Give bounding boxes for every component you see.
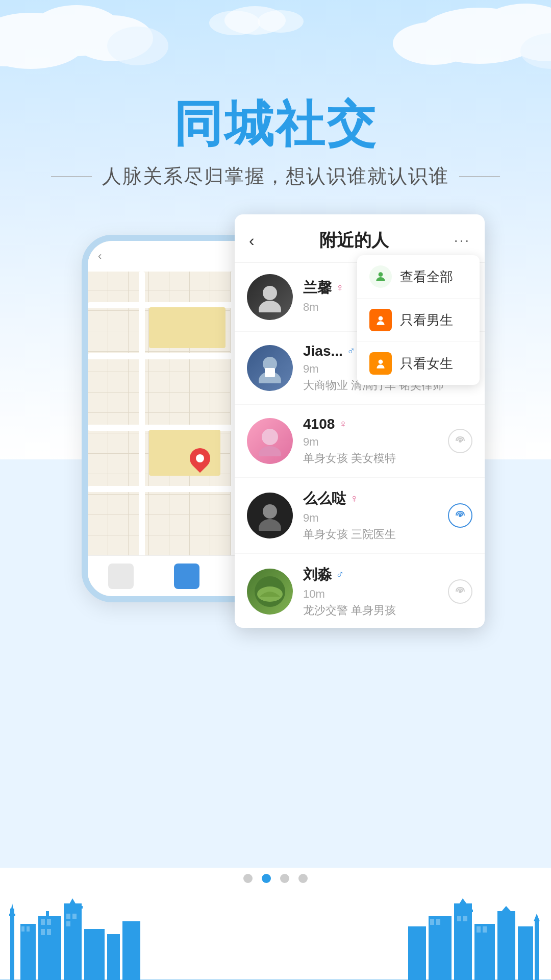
person-item-3[interactable]: 4108 ♀ 9m 单身女孩 美女模特 <box>235 405 485 478</box>
svg-point-25 <box>259 519 281 531</box>
dot-3[interactable] <box>280 874 289 883</box>
svg-point-4 <box>107 27 168 65</box>
svg-rect-55 <box>122 921 140 980</box>
nearby-more-button[interactable]: ··· <box>454 232 470 249</box>
svg-rect-35 <box>10 909 14 980</box>
filter-all[interactable]: 查看全部 <box>357 255 480 299</box>
svg-point-11 <box>209 11 260 35</box>
gender-icon-2: ♂ <box>347 345 356 358</box>
svg-rect-49 <box>65 906 83 909</box>
dot-4[interactable] <box>298 874 308 883</box>
subtitle-line-right <box>459 176 500 177</box>
svg-rect-53 <box>84 929 105 980</box>
person-info-3: 4108 ♀ 9m 单身女孩 美女模特 <box>303 416 448 466</box>
gender-icon-1: ♀ <box>336 281 344 295</box>
svg-rect-67 <box>483 926 487 933</box>
map-pin <box>190 448 210 474</box>
svg-rect-64 <box>463 916 467 921</box>
person-signal-4 <box>448 503 472 528</box>
svg-rect-59 <box>436 919 440 925</box>
svg-point-21 <box>262 429 278 445</box>
svg-rect-37 <box>9 914 15 916</box>
person-tags-5: 龙沙交警 单身男孩 <box>303 603 448 618</box>
subtitle-row: 人脉关系尽归掌握，想认识谁就认识谁 <box>0 163 551 189</box>
svg-point-17 <box>259 301 281 312</box>
filter-female-icon <box>369 352 392 375</box>
phone-mockup-area: ‹ <box>66 214 485 633</box>
person-item-5[interactable]: 刘淼 ♂ 10m 龙沙交警 单身男孩 <box>235 554 485 628</box>
gender-icon-3: ♀ <box>339 418 347 431</box>
gender-icon-5: ♂ <box>336 568 344 581</box>
svg-point-16 <box>263 286 277 300</box>
svg-rect-41 <box>38 916 61 980</box>
person-name-3: 4108 <box>303 416 335 432</box>
pagination-dots <box>0 874 551 883</box>
person-dist-3: 9m <box>303 435 448 449</box>
person-signal-3 <box>448 429 472 453</box>
dot-1[interactable] <box>243 874 253 883</box>
svg-rect-43 <box>47 919 51 925</box>
filter-all-label: 查看全部 <box>400 268 453 286</box>
svg-point-24 <box>263 504 277 519</box>
person-tags-4: 单身女孩 三院医生 <box>303 527 448 542</box>
person-name-2: Jias... <box>303 343 343 359</box>
svg-rect-44 <box>41 929 45 935</box>
person-name-5: 刘淼 <box>303 565 332 584</box>
nearby-panel: ‹ 附近的人 ··· 查看全部 <box>235 214 485 628</box>
svg-point-22 <box>259 446 281 456</box>
person-tags-3: 单身女孩 美女模特 <box>303 451 448 466</box>
dot-2-active[interactable] <box>262 874 271 883</box>
svg-point-23 <box>459 439 462 443</box>
svg-rect-70 <box>518 926 533 980</box>
svg-point-13 <box>379 272 383 277</box>
person-name-row-4: 么么哒 ♀ <box>303 489 448 508</box>
filter-dropdown: 查看全部 只看男生 只看女生 <box>357 255 480 385</box>
svg-point-29 <box>459 590 462 593</box>
svg-rect-66 <box>477 926 481 933</box>
nearby-title: 附近的人 <box>319 229 389 252</box>
person-info-5: 刘淼 ♂ 10m 龙沙交警 单身男孩 <box>303 565 448 618</box>
svg-point-14 <box>379 316 383 321</box>
svg-point-26 <box>459 514 462 517</box>
svg-rect-39 <box>21 926 24 932</box>
person-name-1: 兰馨 <box>303 278 332 298</box>
person-dist-4: 9m <box>303 511 448 525</box>
filter-female-label: 只看女生 <box>400 355 453 373</box>
bg-phone-back-icon: ‹ <box>98 250 102 263</box>
person-avatar-4 <box>247 493 293 538</box>
svg-rect-46 <box>46 911 49 917</box>
svg-point-8 <box>393 22 474 65</box>
person-avatar-2 <box>247 345 293 391</box>
svg-rect-63 <box>457 916 461 921</box>
gender-icon-4: ♀ <box>350 492 359 505</box>
svg-rect-56 <box>408 926 426 980</box>
filter-male[interactable]: 只看男生 <box>357 299 480 342</box>
svg-rect-52 <box>66 921 70 926</box>
svg-rect-58 <box>430 919 434 925</box>
svg-rect-51 <box>72 914 77 919</box>
person-signal-5 <box>448 579 472 604</box>
svg-rect-57 <box>429 916 452 980</box>
nearby-back-button[interactable]: ‹ <box>249 231 255 250</box>
svg-rect-71 <box>535 919 539 980</box>
filter-all-icon <box>369 265 392 288</box>
svg-rect-45 <box>47 929 51 935</box>
svg-rect-50 <box>66 914 70 919</box>
filter-male-icon <box>369 309 392 331</box>
svg-rect-38 <box>20 924 36 980</box>
svg-rect-68 <box>497 911 515 980</box>
filter-female[interactable]: 只看女生 <box>357 342 480 385</box>
person-dist-5: 10m <box>303 587 448 601</box>
svg-rect-20 <box>265 368 275 377</box>
filter-male-label: 只看男生 <box>400 311 453 329</box>
svg-rect-60 <box>454 903 472 980</box>
svg-point-15 <box>379 359 383 364</box>
svg-point-12 <box>258 10 304 33</box>
person-item-4[interactable]: 么么哒 ♀ 9m 单身女孩 三院医生 <box>235 478 485 554</box>
person-avatar-3 <box>247 418 293 464</box>
city-skyline <box>0 888 551 980</box>
person-name-4: 么么哒 <box>303 489 346 508</box>
svg-rect-42 <box>41 919 45 925</box>
person-info-4: 么么哒 ♀ 9m 单身女孩 三院医生 <box>303 489 448 542</box>
app-title: 同城社交 <box>0 92 551 158</box>
